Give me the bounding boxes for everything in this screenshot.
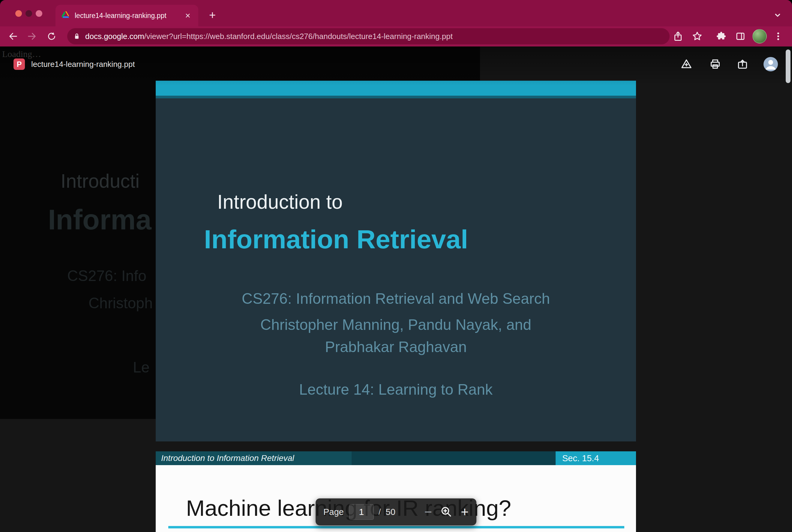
document-viewer: Loading… Introducti Informa CS276: Info …	[0, 46, 792, 532]
slide2-section-badge: Sec. 15.4	[555, 451, 636, 465]
page-total: 50	[386, 507, 395, 517]
share-button[interactable]	[672, 30, 684, 43]
close-tab-icon[interactable]: ×	[183, 11, 193, 21]
slide-accent-bar	[156, 81, 636, 96]
extensions-puzzle-icon[interactable]	[715, 30, 728, 43]
slide2-header-bar: Introduction to Information Retrieval Se…	[156, 451, 636, 465]
forward-button[interactable]	[25, 30, 38, 43]
page-toolbar: Page / 50 − +	[316, 498, 476, 526]
slide-accent-line	[156, 96, 636, 98]
lock-icon	[73, 32, 81, 40]
ghost-slide-text: Le	[133, 359, 150, 376]
ghost-slide-text: Introducti	[61, 170, 139, 192]
slide1-title-line1: Introduction to	[217, 190, 343, 213]
window-close-button[interactable]	[15, 10, 22, 17]
print-icon[interactable]	[709, 58, 722, 71]
zoom-out-button[interactable]: −	[425, 505, 432, 518]
open-in-new-window-icon[interactable]	[736, 58, 749, 71]
browser-tab[interactable]: lecture14-learning-ranking.ppt ×	[56, 5, 198, 26]
side-panel-icon[interactable]	[734, 30, 747, 43]
slide1-course: CS276: Information Retrieval and Web Sea…	[156, 290, 636, 307]
window-zoom-button[interactable]	[36, 10, 42, 17]
reload-button[interactable]	[45, 30, 58, 43]
ghost-slide-text: Informa	[48, 204, 151, 236]
window-minimize-button[interactable]	[25, 10, 32, 17]
page-number-input[interactable]	[349, 504, 374, 520]
slide1-lecture: Lecture 14: Learning to Rank	[156, 381, 636, 398]
tab-search-chevron-icon[interactable]	[772, 9, 784, 21]
back-button[interactable]	[7, 30, 19, 43]
viewer-header: P lecture14-learning-ranking.ppt	[0, 46, 792, 82]
page-label: Page	[323, 507, 344, 517]
slide1-authors-line2: Prabhakar Raghavan	[156, 338, 636, 356]
viewer-profile-avatar[interactable]	[763, 57, 778, 71]
viewer-filename: lecture14-learning-ranking.ppt	[31, 60, 135, 69]
slide2-title-rule	[168, 526, 624, 528]
slide-1-title-slide: Introduction to Information Retrieval CS…	[156, 81, 636, 441]
url-path: /viewer?url=https://web.stanford.edu/cla…	[144, 32, 453, 41]
browser-profile-avatar[interactable]	[752, 29, 767, 43]
tab-strip: lecture14-learning-ranking.ppt × +	[0, 0, 792, 26]
scrollbar-thumb[interactable]	[786, 50, 791, 83]
bookmark-star-icon[interactable]	[691, 30, 704, 43]
slide2-section-text: Sec. 15.4	[562, 453, 599, 463]
slide1-title-line2: Information Retrieval	[204, 224, 468, 254]
browser-window: lecture14-learning-ranking.ppt × + docs.…	[0, 0, 792, 532]
tab-favicon-drive-icon	[61, 11, 70, 21]
zoom-in-button[interactable]: +	[461, 505, 469, 518]
url-host: docs.google.com	[85, 32, 144, 41]
menu-kebab-icon[interactable]	[772, 30, 785, 43]
ppt-file-badge: P	[14, 58, 25, 70]
tab-title: lecture14-learning-ranking.ppt	[75, 12, 178, 20]
slide2-header-left: Introduction to Information Retrieval	[156, 451, 352, 465]
zoom-magnifier-icon[interactable]	[440, 505, 453, 518]
add-to-drive-icon[interactable]	[680, 58, 693, 71]
new-tab-button[interactable]: +	[206, 9, 219, 21]
slide2-header-left-text: Introduction to Information Retrieval	[161, 453, 294, 463]
ghost-slide-text: CS276: Info	[67, 267, 146, 285]
slide1-authors-line1: Christopher Manning, Pandu Nayak, and	[156, 316, 636, 334]
ghost-slide-text: Christoph	[89, 294, 153, 312]
url-address-bar[interactable]: docs.google.com/viewer?url=https://web.s…	[67, 28, 670, 44]
page-separator: /	[379, 507, 381, 517]
